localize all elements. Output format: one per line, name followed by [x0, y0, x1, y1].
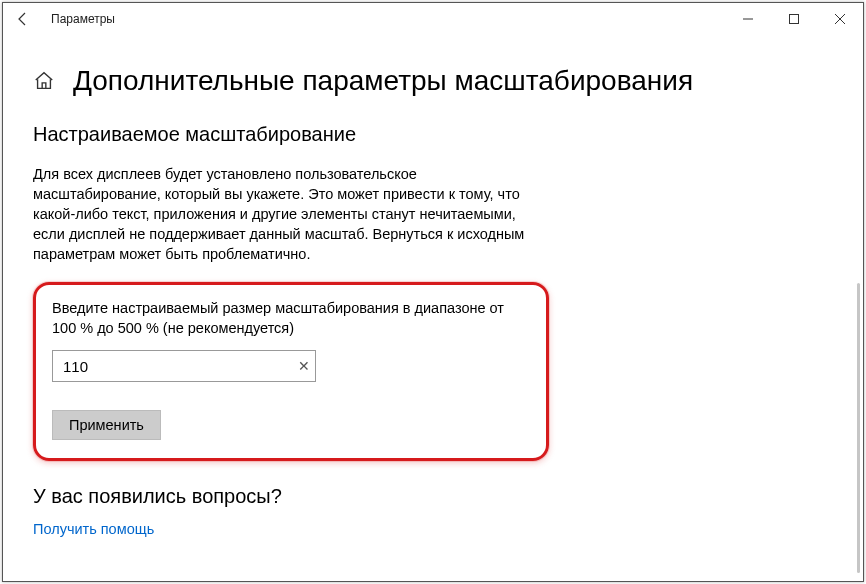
- home-icon[interactable]: [33, 70, 55, 92]
- minimize-button[interactable]: [725, 3, 771, 35]
- back-button[interactable]: [3, 3, 43, 35]
- get-help-link[interactable]: Получить помощь: [33, 521, 154, 537]
- maximize-button[interactable]: [771, 3, 817, 35]
- scaling-input-label: Введите настраиваемый размер масштабиров…: [52, 299, 530, 338]
- section-description: Для всех дисплеев будет установлено поль…: [33, 164, 533, 264]
- page-title: Дополнительные параметры масштабирования: [73, 65, 693, 97]
- svg-rect-1: [790, 15, 799, 24]
- close-button[interactable]: [817, 3, 863, 35]
- clear-input-icon[interactable]: ✕: [298, 358, 310, 374]
- scaling-input[interactable]: [52, 350, 316, 382]
- section-title: Настраиваемое масштабирование: [33, 123, 833, 146]
- scrollbar[interactable]: [857, 283, 860, 573]
- window-title: Параметры: [51, 12, 115, 26]
- custom-scaling-highlight: Введите настраиваемый размер масштабиров…: [33, 282, 549, 461]
- help-question-title: У вас появились вопросы?: [33, 485, 833, 508]
- apply-button[interactable]: Применить: [52, 410, 161, 440]
